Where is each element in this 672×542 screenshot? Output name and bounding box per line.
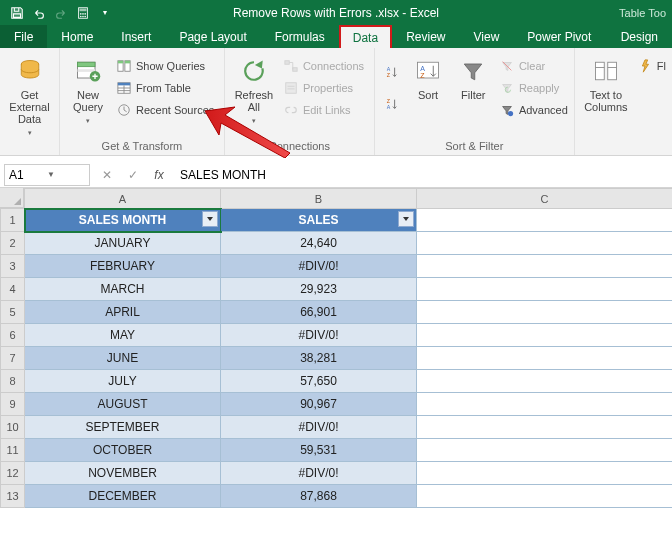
cell[interactable]: APRIL — [25, 301, 221, 324]
cell[interactable] — [417, 370, 673, 393]
tab-review[interactable]: Review — [392, 25, 459, 48]
name-box[interactable]: A1 ▼ — [4, 164, 90, 186]
col-header-b[interactable]: B — [221, 189, 417, 209]
cell[interactable]: 66,901 — [221, 301, 417, 324]
cell[interactable]: AUGUST — [25, 393, 221, 416]
new-query-button[interactable]: New Query ▾ — [66, 51, 110, 127]
cell[interactable]: 57,650 — [221, 370, 417, 393]
properties-button[interactable]: Properties — [283, 77, 364, 99]
row-header[interactable]: 3 — [1, 255, 25, 278]
cell[interactable] — [417, 232, 673, 255]
sort-desc-button[interactable]: ZA — [384, 89, 400, 119]
cell[interactable] — [417, 347, 673, 370]
col-header-a[interactable]: A — [25, 189, 221, 209]
cell[interactable] — [417, 324, 673, 347]
tab-view[interactable]: View — [460, 25, 514, 48]
recent-sources-button[interactable]: Recent Sources — [116, 99, 214, 121]
enter-formula-button[interactable]: ✓ — [120, 164, 146, 186]
sort-asc-button[interactable]: AZ — [384, 57, 400, 87]
cell[interactable]: SEPTEMBER — [25, 416, 221, 439]
cell[interactable] — [417, 416, 673, 439]
row-header[interactable]: 5 — [1, 301, 25, 324]
redo-icon[interactable] — [50, 2, 72, 24]
formula-value[interactable]: SALES MONTH — [172, 168, 266, 182]
tab-insert[interactable]: Insert — [107, 25, 165, 48]
cell[interactable] — [417, 255, 673, 278]
col-header-c[interactable]: C — [417, 189, 673, 209]
customize-qa-icon[interactable]: ▾ — [94, 2, 116, 24]
cell[interactable] — [417, 278, 673, 301]
row-header[interactable]: 4 — [1, 278, 25, 301]
cancel-formula-button[interactable]: ✕ — [94, 164, 120, 186]
refresh-all-button[interactable]: Refresh All ▾ — [231, 51, 277, 127]
text-to-columns-button[interactable]: Text to Columns — [581, 51, 631, 113]
table-row: 9AUGUST90,967 — [1, 393, 673, 416]
cell[interactable]: #DIV/0! — [221, 462, 417, 485]
cell[interactable] — [417, 209, 673, 232]
select-all-button[interactable] — [0, 188, 24, 208]
cell[interactable]: 29,923 — [221, 278, 417, 301]
cell[interactable]: JANUARY — [25, 232, 221, 255]
row-header[interactable]: 7 — [1, 347, 25, 370]
cell[interactable]: 24,640 — [221, 232, 417, 255]
filter-button[interactable]: Filter — [454, 51, 493, 101]
cell[interactable]: #DIV/0! — [221, 324, 417, 347]
advanced-button[interactable]: Advanced — [499, 99, 568, 121]
cell[interactable]: OCTOBER — [25, 439, 221, 462]
row-header[interactable]: 12 — [1, 462, 25, 485]
clear-button[interactable]: Clear — [499, 55, 568, 77]
row-header[interactable]: 9 — [1, 393, 25, 416]
cell[interactable]: 90,967 — [221, 393, 417, 416]
cell[interactable]: JULY — [25, 370, 221, 393]
row-header[interactable]: 10 — [1, 416, 25, 439]
tab-file[interactable]: File — [0, 25, 47, 48]
tab-formulas[interactable]: Formulas — [261, 25, 339, 48]
cell[interactable]: MAY — [25, 324, 221, 347]
flash-fill-button[interactable]: Fl — [637, 55, 666, 77]
sort-button[interactable]: AZ Sort — [408, 51, 447, 101]
cell[interactable]: FEBRUARY — [25, 255, 221, 278]
tab-power-pivot[interactable]: Power Pivot — [513, 25, 605, 48]
cell[interactable] — [417, 439, 673, 462]
row-header[interactable]: 2 — [1, 232, 25, 255]
cell[interactable]: MARCH — [25, 278, 221, 301]
tab-data[interactable]: Data — [339, 25, 392, 48]
calculator-icon[interactable] — [72, 2, 94, 24]
tab-page-layout[interactable]: Page Layout — [165, 25, 260, 48]
tab-design[interactable]: Design — [607, 25, 672, 48]
cell[interactable] — [417, 301, 673, 324]
cell[interactable] — [417, 462, 673, 485]
spreadsheet-grid[interactable]: A B C 1 SALES MONTH SALES 2JANUARY24,640… — [0, 188, 672, 508]
row-header[interactable]: 6 — [1, 324, 25, 347]
row-header[interactable]: 13 — [1, 485, 25, 508]
cell[interactable]: #DIV/0! — [221, 255, 417, 278]
connections-button[interactable]: Connections — [283, 55, 364, 77]
undo-icon[interactable] — [28, 2, 50, 24]
from-table-button[interactable]: From Table — [116, 77, 214, 99]
cell[interactable]: 38,281 — [221, 347, 417, 370]
show-queries-button[interactable]: Show Queries — [116, 55, 214, 77]
row-header[interactable]: 1 — [1, 209, 25, 232]
insert-function-button[interactable]: fx — [146, 164, 172, 186]
filter-dropdown-icon[interactable] — [202, 211, 218, 227]
save-icon[interactable] — [6, 2, 28, 24]
cell[interactable]: 87,868 — [221, 485, 417, 508]
filter-dropdown-icon[interactable] — [398, 211, 414, 227]
row-header[interactable]: 8 — [1, 370, 25, 393]
cell[interactable]: DECEMBER — [25, 485, 221, 508]
reapply-button[interactable]: Reapply — [499, 77, 568, 99]
row-header[interactable]: 11 — [1, 439, 25, 462]
chevron-down-icon[interactable]: ▼ — [47, 170, 85, 179]
cell[interactable]: NOVEMBER — [25, 462, 221, 485]
sort-label: Sort — [418, 89, 438, 101]
cell[interactable]: #DIV/0! — [221, 416, 417, 439]
table-header-cell[interactable]: SALES MONTH — [25, 209, 221, 232]
table-header-cell[interactable]: SALES — [221, 209, 417, 232]
cell[interactable]: JUNE — [25, 347, 221, 370]
cell[interactable] — [417, 485, 673, 508]
cell[interactable]: 59,531 — [221, 439, 417, 462]
cell[interactable] — [417, 393, 673, 416]
tab-home[interactable]: Home — [47, 25, 107, 48]
edit-links-button[interactable]: Edit Links — [283, 99, 364, 121]
get-external-data-button[interactable]: Get External Data ▾ — [6, 51, 53, 139]
